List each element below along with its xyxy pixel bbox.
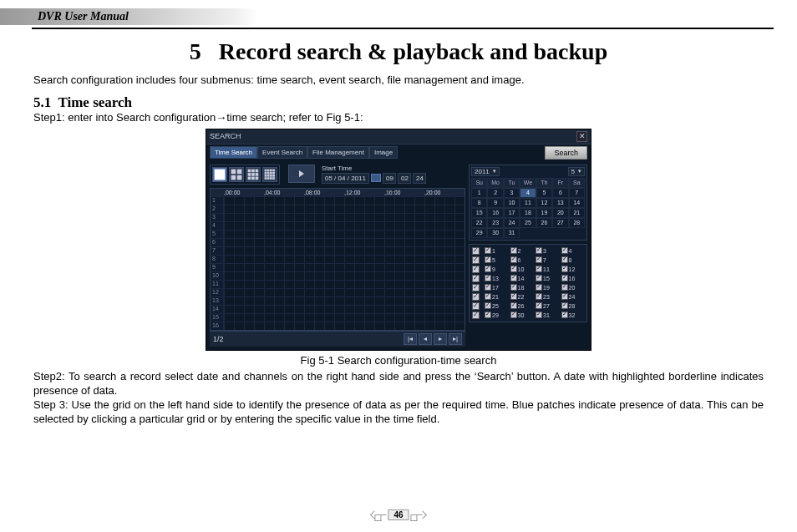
- channel-checkbox[interactable]: 14: [510, 275, 534, 282]
- time-sec-field[interactable]: 24: [413, 173, 426, 184]
- calendar-day[interactable]: 1: [471, 188, 487, 198]
- channel-checkbox[interactable]: 2: [510, 247, 534, 255]
- channel-row-master-checkbox[interactable]: [472, 293, 480, 301]
- calendar-day[interactable]: 11: [520, 198, 536, 208]
- channel-checkbox[interactable]: 24: [561, 293, 585, 301]
- calendar-day[interactable]: 31: [504, 228, 520, 238]
- channel-checkbox[interactable]: 1: [485, 247, 508, 255]
- grid-row[interactable]: 11: [211, 280, 464, 288]
- channel-checkbox[interactable]: 15: [536, 275, 559, 282]
- channel-row-master-checkbox[interactable]: [472, 247, 480, 255]
- calendar-day[interactable]: 4: [520, 188, 536, 198]
- tab-file-management[interactable]: File Management: [307, 146, 369, 159]
- channel-checkbox[interactable]: 30: [510, 312, 534, 319]
- channel-row-master-checkbox[interactable]: [472, 256, 480, 264]
- calendar-day[interactable]: 18: [520, 208, 536, 218]
- channel-row-master-checkbox[interactable]: [472, 266, 480, 273]
- grid-row[interactable]: 14: [211, 305, 464, 313]
- calendar-day[interactable]: 27: [552, 218, 568, 228]
- channel-checkbox[interactable]: 22: [510, 293, 534, 301]
- channel-checkbox[interactable]: 8: [561, 256, 585, 264]
- calendar-day[interactable]: 16: [487, 208, 503, 218]
- channel-checkbox[interactable]: 3: [536, 247, 559, 255]
- channel-checkbox[interactable]: 17: [485, 284, 508, 291]
- grid-row[interactable]: 13: [211, 296, 464, 305]
- channel-checkbox[interactable]: 13: [485, 275, 508, 282]
- calendar-day[interactable]: 17: [504, 208, 520, 218]
- calendar-day[interactable]: 7: [569, 188, 585, 198]
- calendar-day[interactable]: 13: [552, 198, 568, 208]
- tab-time-search[interactable]: Time Search: [210, 146, 257, 159]
- channel-checkbox[interactable]: 6: [510, 256, 534, 264]
- calendar-day[interactable]: 12: [536, 198, 552, 208]
- calendar-day[interactable]: 14: [569, 198, 585, 208]
- search-button[interactable]: Search: [545, 146, 587, 160]
- grid-row[interactable]: 4: [211, 221, 464, 230]
- channel-checkbox[interactable]: 12: [561, 266, 585, 273]
- layout-1x1-icon[interactable]: [212, 167, 227, 182]
- channel-checkbox[interactable]: 10: [510, 266, 534, 273]
- close-icon[interactable]: ✕: [576, 131, 587, 142]
- calendar-day[interactable]: 30: [487, 228, 503, 238]
- channel-checkbox[interactable]: 26: [510, 302, 534, 310]
- calendar-day[interactable]: 10: [504, 198, 520, 208]
- channel-checkbox[interactable]: 27: [536, 302, 559, 310]
- pager-last-icon[interactable]: ▸|: [449, 333, 462, 345]
- grid-row[interactable]: 6: [211, 238, 464, 246]
- grid-row[interactable]: 12: [211, 288, 464, 296]
- channel-row-master-checkbox[interactable]: [472, 302, 480, 310]
- time-min-field[interactable]: 02: [398, 173, 411, 184]
- channel-row-master-checkbox[interactable]: [472, 312, 480, 319]
- channel-checkbox[interactable]: 18: [510, 284, 534, 291]
- calendar-day[interactable]: 24: [504, 218, 520, 228]
- channel-checkbox[interactable]: 25: [485, 302, 508, 310]
- channel-checkbox[interactable]: 7: [536, 256, 559, 264]
- channel-checkbox[interactable]: 9: [485, 266, 508, 273]
- channel-checkbox[interactable]: 11: [536, 266, 559, 273]
- layout-3x3-icon[interactable]: [246, 167, 261, 182]
- channel-checkbox[interactable]: 23: [536, 293, 559, 301]
- layout-4x4-icon[interactable]: [262, 167, 277, 182]
- grid-row[interactable]: 8: [211, 255, 464, 263]
- grid-row[interactable]: 15: [211, 313, 464, 322]
- grid-row[interactable]: 2: [211, 205, 464, 213]
- grid-row[interactable]: 9: [211, 263, 464, 271]
- tab-image[interactable]: Image: [369, 146, 398, 159]
- calendar-icon[interactable]: [371, 174, 381, 182]
- date-field[interactable]: 05 / 04 / 2011: [322, 173, 369, 184]
- grid-row[interactable]: 3: [211, 213, 464, 221]
- calendar-day[interactable]: 15: [471, 208, 487, 218]
- channel-checkbox[interactable]: 29: [485, 312, 508, 319]
- channel-checkbox[interactable]: 21: [485, 293, 508, 301]
- pager-next-icon[interactable]: ▸: [434, 333, 447, 345]
- calendar-day[interactable]: 21: [569, 208, 585, 218]
- calendar-day[interactable]: 26: [536, 218, 552, 228]
- pager-prev-icon[interactable]: ◂: [419, 333, 432, 345]
- month-select[interactable]: 5: [568, 167, 585, 176]
- time-grid[interactable]: ,00:00 ,04:00 ,08:00 ,12:00 ,16:00 ,20:0…: [210, 188, 465, 331]
- channel-checkbox[interactable]: 16: [561, 275, 585, 282]
- pager-first-icon[interactable]: |◂: [404, 333, 417, 345]
- calendar-day[interactable]: 19: [536, 208, 552, 218]
- grid-row[interactable]: 7: [211, 246, 464, 255]
- calendar-day[interactable]: 8: [471, 198, 487, 208]
- grid-row[interactable]: 16: [211, 322, 464, 330]
- channel-row-master-checkbox[interactable]: [472, 275, 480, 282]
- play-button[interactable]: [288, 165, 315, 183]
- tab-event-search[interactable]: Event Search: [257, 146, 307, 159]
- channel-checkbox[interactable]: 32: [561, 312, 585, 319]
- calendar-day[interactable]: 22: [471, 218, 487, 228]
- time-hour-field[interactable]: 09: [383, 173, 396, 184]
- channel-row-master-checkbox[interactable]: [472, 284, 480, 291]
- channel-checkbox[interactable]: 4: [561, 247, 585, 255]
- layout-2x2-icon[interactable]: [229, 167, 244, 182]
- calendar-day[interactable]: 3: [504, 188, 520, 198]
- calendar-day[interactable]: 25: [520, 218, 536, 228]
- grid-row[interactable]: 10: [211, 271, 464, 280]
- channel-checkbox[interactable]: 20: [561, 284, 585, 291]
- calendar-day[interactable]: 20: [552, 208, 568, 218]
- calendar-day[interactable]: 9: [487, 198, 503, 208]
- channel-checkbox[interactable]: 31: [536, 312, 559, 319]
- year-select[interactable]: 2011: [471, 167, 500, 176]
- grid-row[interactable]: 1: [211, 196, 464, 205]
